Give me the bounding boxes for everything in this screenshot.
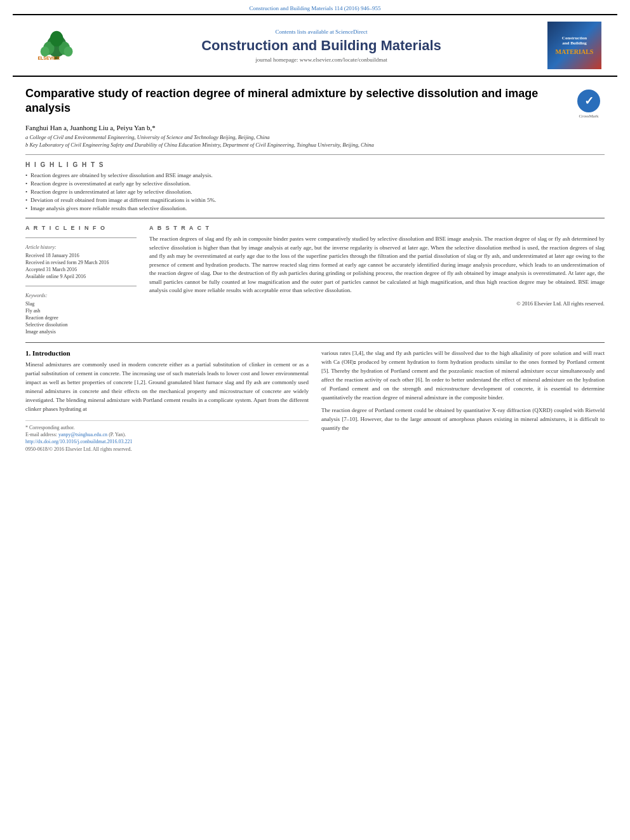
- keyword-4: Selective dissolution: [25, 322, 137, 328]
- corresponding-author-note: * Corresponding author.: [25, 425, 309, 430]
- intro-heading: 1. Introduction: [25, 349, 309, 357]
- intro-paragraph-1: Mineral admixtures are commonly used in …: [25, 361, 309, 414]
- page: Construction and Building Materials 114 …: [0, 0, 630, 840]
- journal-citation-text: Construction and Building Materials 114 …: [249, 5, 380, 11]
- journal-cover-section: Constructionand Building MATERIALS: [547, 22, 605, 69]
- highlight-item-3: Reaction degree is underestimated at lat…: [25, 189, 605, 195]
- highlights-label: H I G H L I G H T S: [25, 161, 605, 168]
- abstract-column: A B S T R A C T The reaction degrees of …: [149, 225, 605, 336]
- authors-line: Fanghui Han a, Juanhong Liu a, Peiyu Yan…: [25, 124, 605, 131]
- article-info-column: A R T I C L E I N F O Article history: R…: [25, 225, 137, 336]
- keyword-3: Reaction degree: [25, 315, 137, 321]
- main-left-column: 1. Introduction Mineral admixtures are c…: [25, 349, 309, 452]
- divider-after-highlights: [25, 218, 605, 218]
- elsevier-logo-section: ELSEVIER: [25, 23, 95, 68]
- history-received: Received 18 January 2016: [25, 253, 137, 258]
- svg-text:ELSEVIER: ELSEVIER: [37, 56, 60, 60]
- crossmark-badge: ✓ CrossMark: [573, 90, 605, 119]
- main-body-section: 1. Introduction Mineral admixtures are c…: [25, 349, 605, 452]
- intro-right-paragraph-2: The reaction degree of Portland cement c…: [321, 406, 605, 433]
- article-title-section: Comparative study of reaction degree of …: [25, 86, 605, 119]
- article-info-label: A R T I C L E I N F O: [25, 225, 137, 231]
- highlight-item-5: Image analysis gives more reliable resul…: [25, 205, 605, 211]
- email-label: E-mail address:: [25, 432, 57, 437]
- footer-section: * Corresponding author. E-mail address: …: [25, 420, 309, 452]
- sciencedirect-link: Contents lists available at ScienceDirec…: [102, 29, 541, 35]
- sciencedirect-prefix: Contents lists available at: [276, 29, 334, 35]
- affiliation-a: a College of Civil and Environmental Eng…: [25, 134, 605, 140]
- highlight-item-2: Reaction degree is overestimated at earl…: [25, 180, 605, 187]
- keyword-2: Fly ash: [25, 308, 137, 314]
- history-available: Available online 9 April 2016: [25, 274, 137, 279]
- sciencedirect-anchor[interactable]: ScienceDirect: [335, 29, 367, 35]
- divider-keywords: [25, 286, 137, 286]
- email-note: E-mail address: yanpy@tsinghua.edu.cn (P…: [25, 432, 309, 437]
- history-revised: Received in revised form 29 March 2016: [25, 260, 137, 265]
- footer-copyright: 0950-0618/© 2016 Elsevier Ltd. All right…: [25, 446, 309, 452]
- journal-title: Construction and Building Materials: [102, 37, 541, 54]
- journal-homepage: journal homepage: www.elsevier.com/locat…: [102, 57, 541, 63]
- affiliation-b: b Key Laboratory of Civil Engineering Sa…: [25, 142, 605, 148]
- email-suffix: (P. Yan).: [109, 432, 126, 437]
- article-history-label: Article history:: [25, 244, 137, 250]
- history-accepted: Accepted 31 March 2016: [25, 267, 137, 272]
- divider-before-body: [25, 342, 605, 343]
- svg-point-4: [41, 46, 50, 57]
- authors-text: Fanghui Han a, Juanhong Liu a, Peiyu Yan…: [25, 124, 156, 131]
- keyword-1: Slag: [25, 301, 137, 307]
- abstract-text: The reaction degrees of slag and fly ash…: [149, 235, 605, 295]
- journal-cover-image: Constructionand Building MATERIALS: [547, 22, 601, 69]
- article-title: Comparative study of reaction degree of …: [25, 86, 563, 116]
- copyright-line: © 2016 Elsevier Ltd. All rights reserved…: [149, 300, 605, 307]
- elsevier-logo: ELSEVIER: [25, 23, 89, 68]
- divider-after-affiliations: [25, 154, 605, 155]
- journal-header-center: Contents lists available at ScienceDirec…: [102, 29, 541, 63]
- highlight-item-4: Deviation of result obtained from image …: [25, 197, 605, 203]
- abstract-label: A B S T R A C T: [149, 225, 605, 231]
- svg-point-6: [50, 30, 64, 46]
- divider-article-info: [25, 237, 137, 238]
- keywords-label: Keywords:: [25, 293, 137, 298]
- highlights-section: H I G H L I G H T S Reaction degrees are…: [25, 161, 605, 211]
- keywords-section: Keywords: Slag Fly ash Reaction degree S…: [25, 293, 137, 335]
- highlight-item-1: Reaction degrees are obtained by selecti…: [25, 172, 605, 178]
- crossmark-icon: ✓: [577, 90, 600, 112]
- article-body: Comparative study of reaction degree of …: [0, 77, 630, 462]
- email-link[interactable]: yanpy@tsinghua.edu.cn: [58, 432, 107, 437]
- cover-top-text: Constructionand Building: [562, 36, 587, 46]
- crossmark-label: CrossMark: [579, 114, 598, 119]
- article-info-abstract-section: A R T I C L E I N F O Article history: R…: [25, 225, 605, 336]
- journal-citation: Construction and Building Materials 114 …: [0, 0, 630, 14]
- keyword-5: Image analysis: [25, 329, 137, 335]
- intro-right-paragraph-1: various rates [3,4], the slag and fly as…: [321, 349, 605, 403]
- elsevier-tree-icon: ELSEVIER: [35, 30, 79, 62]
- svg-point-5: [64, 46, 73, 57]
- doi-link[interactable]: http://dx.doi.org/10.1016/j.conbuildmat.…: [25, 439, 309, 444]
- journal-header: ELSEVIER Contents lists available at Sci…: [13, 14, 617, 77]
- main-right-column: various rates [3,4], the slag and fly as…: [321, 349, 605, 452]
- cover-bottom-text: MATERIALS: [556, 48, 594, 55]
